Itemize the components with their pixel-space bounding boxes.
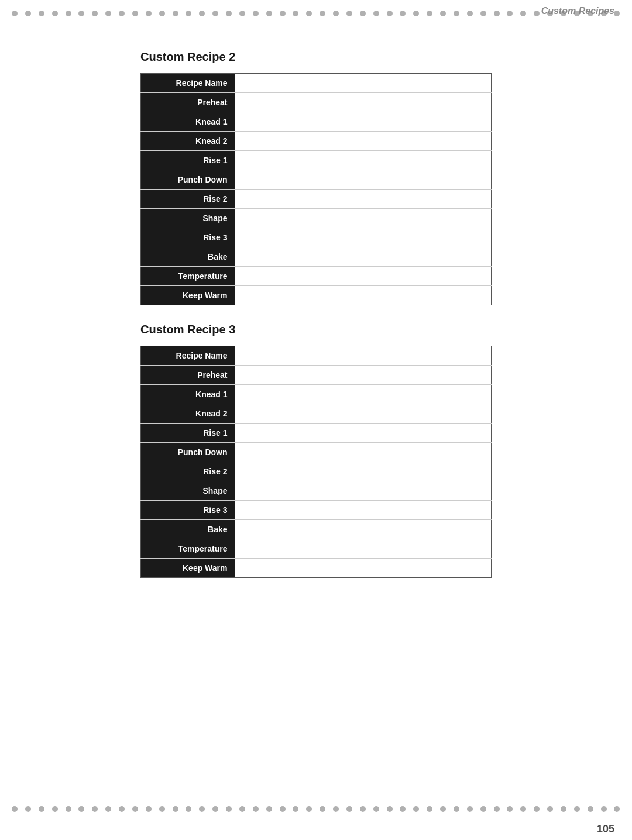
dot [212,806,218,812]
row-value[interactable] [235,267,492,286]
dot [561,806,566,812]
dot [467,11,473,16]
dot [159,11,165,16]
table-row: Recipe Name [141,346,492,366]
row-value[interactable] [235,404,492,424]
dot [427,806,432,812]
row-value[interactable] [235,346,492,366]
dot [105,806,111,812]
row-label: Knead 2 [141,404,235,424]
row-value[interactable] [235,424,492,443]
dot [173,11,178,16]
dot [226,806,232,812]
dot [454,11,459,16]
dot [547,806,553,812]
dot [280,11,286,16]
dot [212,11,218,16]
recipe3-section-title: Custom Recipe 3 [140,323,492,336]
row-value[interactable] [235,520,492,539]
row-label: Rise 1 [141,424,235,443]
row-label: Preheat [141,93,235,112]
row-label: Rise 2 [141,190,235,209]
dot [293,11,298,16]
row-value[interactable] [235,228,492,247]
table-row: Rise 2 [141,190,492,209]
dot [387,11,393,16]
dot [186,11,191,16]
row-value[interactable] [235,132,492,151]
dot [440,806,446,812]
dot [467,806,473,812]
row-value[interactable] [235,74,492,93]
dot [413,11,419,16]
row-label: Punch Down [141,443,235,462]
dot [119,806,125,812]
row-label: Temperature [141,539,235,559]
row-value[interactable] [235,170,492,190]
row-value[interactable] [235,385,492,404]
dot [253,11,259,16]
table-row: Recipe Name [141,74,492,93]
dot [588,806,593,812]
row-value[interactable] [235,462,492,481]
row-value[interactable] [235,93,492,112]
row-value[interactable] [235,559,492,578]
dot [39,806,44,812]
dot [280,806,286,812]
dot [92,806,98,812]
row-value[interactable] [235,539,492,559]
row-value[interactable] [235,190,492,209]
dot [320,806,325,812]
dot [306,11,312,16]
table-row: Rise 1 [141,151,492,170]
row-value[interactable] [235,443,492,462]
table-row: Rise 1 [141,424,492,443]
dot [293,806,298,812]
dot [320,11,325,16]
dot [534,806,540,812]
row-label: Knead 2 [141,132,235,151]
row-label: Shape [141,481,235,501]
dot [534,11,540,16]
dot [12,806,18,812]
dot [39,11,44,16]
dot [173,806,178,812]
table-row: Punch Down [141,443,492,462]
row-value[interactable] [235,209,492,228]
dot [373,806,379,812]
dot [346,11,352,16]
row-value[interactable] [235,247,492,267]
page-header-title: Custom Recipes [541,6,614,16]
dot [427,11,432,16]
row-label: Shape [141,209,235,228]
table-row: Keep Warm [141,286,492,305]
dot [146,806,152,812]
dot [520,806,526,812]
row-value[interactable] [235,151,492,170]
dot [12,11,18,16]
row-label: Punch Down [141,170,235,190]
table-row: Shape [141,481,492,501]
recipe2-table: Recipe Name Preheat Knead 1 Knead 2 Rise… [140,73,492,305]
row-label: Rise 3 [141,228,235,247]
dot [614,806,620,812]
dot [440,11,446,16]
dot [266,806,272,812]
dot [454,806,459,812]
row-value[interactable] [235,286,492,305]
dot [574,806,580,812]
row-value[interactable] [235,501,492,520]
dot [494,11,500,16]
dot [400,11,406,16]
row-label: Recipe Name [141,74,235,93]
table-row: Bake [141,247,492,267]
dot [387,806,393,812]
table-row: Preheat [141,366,492,385]
bottom-dots-border [0,801,632,822]
row-label: Temperature [141,267,235,286]
dot [346,806,352,812]
row-value[interactable] [235,112,492,132]
row-value[interactable] [235,481,492,501]
row-value[interactable] [235,366,492,385]
row-label: Knead 1 [141,385,235,404]
